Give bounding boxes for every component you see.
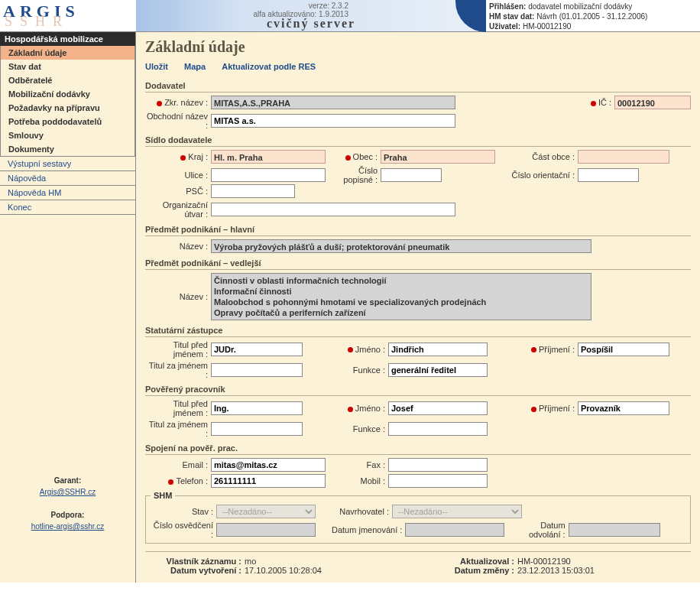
stat-tp-label: Titul před jménem : bbox=[173, 340, 208, 359]
content: Základní údaje Uložit Mapa Aktualizovat … bbox=[136, 32, 700, 583]
section-predmet-vedlejsi: Předmět podnikání – vedlejší bbox=[145, 256, 691, 270]
org-field[interactable] bbox=[211, 203, 455, 216]
refresh-res-button[interactable]: Aktualizovat podle RES bbox=[222, 62, 316, 71]
cosv-field bbox=[216, 523, 316, 537]
nav-napoveda-hm[interactable]: Nápověda HM bbox=[0, 186, 135, 200]
logo: ARGIS SSHR bbox=[0, 0, 136, 31]
obch-nazev-field[interactable] bbox=[211, 114, 455, 128]
predmet-vedlejsi-list[interactable]: Činnosti v oblasti informačních technolo… bbox=[211, 273, 591, 320]
required-icon bbox=[180, 155, 186, 161]
nav-konec[interactable]: Konec bbox=[0, 200, 135, 214]
nav-dokumenty[interactable]: Dokumenty bbox=[1, 142, 134, 156]
required-icon bbox=[531, 407, 536, 412]
dzm-value: 23.12.2013 15:03:01 bbox=[517, 566, 595, 575]
map-button[interactable]: Mapa bbox=[184, 62, 206, 71]
pov-funkce-field[interactable] bbox=[388, 422, 488, 436]
nazev-label: Název : bbox=[180, 242, 208, 251]
psc-field[interactable] bbox=[211, 184, 295, 198]
obch-nazev-label: Obchodní název : bbox=[147, 112, 208, 130]
fax-field[interactable] bbox=[388, 458, 488, 472]
pov-jmeno-label: Jméno : bbox=[355, 404, 385, 413]
stat-jmeno-label: Jméno : bbox=[355, 345, 385, 354]
ulice-field[interactable] bbox=[211, 168, 326, 182]
section-povereny: Pověřený pracovník bbox=[145, 382, 691, 396]
nav-mobilizacni-dodavky[interactable]: Mobilizační dodávky bbox=[1, 87, 134, 101]
dodv-field bbox=[569, 523, 660, 537]
mobil-field[interactable] bbox=[388, 474, 488, 488]
login-l1-value: dodavatel mobilizační dodávky bbox=[528, 2, 632, 11]
required-icon bbox=[591, 101, 596, 106]
shm-title: SHM bbox=[151, 491, 175, 500]
telefon-label: Telefon : bbox=[176, 476, 208, 485]
stat-funkce-label: Funkce : bbox=[353, 365, 385, 375]
email-label: Email : bbox=[182, 460, 208, 469]
navrhovatel-label: Navrhovatel : bbox=[339, 507, 389, 516]
telefon-field[interactable] bbox=[211, 474, 326, 488]
email-field[interactable] bbox=[211, 458, 326, 472]
cpop-label: Číslo popisné : bbox=[343, 166, 378, 184]
nav-odberatele[interactable]: Odběratelé bbox=[1, 73, 134, 87]
djm-label: Datum jmenování : bbox=[332, 525, 402, 534]
logo-sshr: SSHR bbox=[5, 14, 70, 30]
required-icon bbox=[168, 479, 173, 485]
ulice-label: Ulice : bbox=[184, 170, 208, 180]
nazev-label2: Název : bbox=[180, 292, 208, 301]
nav-potreba[interactable]: Potřeba poddodavatelů bbox=[1, 115, 134, 128]
nav-napoveda[interactable]: Nápověda bbox=[0, 171, 135, 185]
stat-tz-field[interactable] bbox=[211, 363, 303, 377]
nav-vystupni-sestavy[interactable]: Výstupní sestavy bbox=[0, 157, 135, 170]
cosv-label: Číslo osvědčení : bbox=[154, 521, 213, 539]
stat-tp-field[interactable] bbox=[211, 343, 303, 356]
aktualizoval-label: Aktualizoval : bbox=[418, 557, 517, 566]
podpora-label: Podpora: bbox=[0, 509, 135, 521]
version-info: verze: 2.3.2 alfa aktualizováno: 1.9.201… bbox=[253, 2, 348, 18]
sidebar: Hospodářská mobilizace Základní údaje St… bbox=[0, 32, 136, 583]
dzm-label: Datum změny : bbox=[418, 566, 517, 575]
required-icon bbox=[157, 101, 162, 106]
login-l2-label: HM stav dat: bbox=[489, 12, 534, 21]
vlastnik-label: Vlastník záznamu : bbox=[145, 557, 245, 566]
stat-funkce-field[interactable] bbox=[388, 363, 488, 377]
pov-tz-field[interactable] bbox=[211, 422, 303, 436]
pov-prijmeni-field[interactable] bbox=[578, 401, 669, 415]
required-icon bbox=[345, 155, 351, 161]
nav-smlouvy[interactable]: Smlouvy bbox=[1, 128, 134, 142]
stat-prijmeni-field[interactable] bbox=[578, 343, 669, 356]
kraj-field: Hl. m. Praha bbox=[211, 150, 326, 164]
cpop-field[interactable] bbox=[381, 168, 442, 182]
section-predmet-hlavni: Předmět podnikání – hlavní bbox=[145, 222, 691, 236]
podpora-link[interactable]: hotline-argis@sshr.cz bbox=[31, 522, 105, 531]
section-sidlo: Sídlo dodavatele bbox=[145, 133, 691, 147]
stav-label: Stav : bbox=[192, 507, 213, 516]
pov-jmeno-field[interactable] bbox=[388, 401, 488, 415]
section-dodavatel: Dodavatel bbox=[145, 79, 691, 93]
banner-mid: verze: 2.3.2 alfa aktualizováno: 1.9.201… bbox=[136, 0, 486, 31]
dvyt-value: 17.10.2005 10:28:04 bbox=[245, 566, 322, 575]
required-icon bbox=[348, 347, 353, 352]
psc-label: PSČ : bbox=[186, 187, 208, 196]
pov-tp-field[interactable] bbox=[211, 401, 303, 415]
ic-field: 00012190 bbox=[614, 96, 691, 109]
nav-zakladni-udaje[interactable]: Základní údaje bbox=[1, 46, 134, 60]
required-icon bbox=[531, 347, 536, 352]
version-line2: alfa aktualizováno: 1.9.2013 bbox=[253, 10, 348, 18]
cori-field[interactable] bbox=[578, 168, 639, 182]
nav-stav-dat[interactable]: Stav dat bbox=[1, 60, 134, 73]
garant-link[interactable]: Argis@SSHR.cz bbox=[40, 488, 96, 496]
nav-pozadavky[interactable]: Požadavky na přípravu bbox=[1, 101, 134, 115]
aktualizoval-value: HM-00012190 bbox=[517, 557, 571, 566]
zkr-nazev-field: MITAS,A.S.,PRAHA bbox=[211, 96, 455, 109]
kraj-label: Kraj : bbox=[188, 152, 208, 161]
obec-field: Praha bbox=[381, 150, 495, 164]
pov-funkce-label: Funkce : bbox=[353, 424, 385, 434]
djm-field bbox=[405, 523, 504, 537]
nav-header: Hospodářská mobilizace bbox=[0, 32, 135, 46]
garant-label: Garant: bbox=[0, 475, 135, 486]
cast-label: Část obce : bbox=[532, 152, 575, 161]
stat-jmeno-field[interactable] bbox=[388, 343, 488, 356]
required-icon bbox=[348, 407, 353, 412]
shm-group: SHM Stav : --Nezadáno-- Navrhovatel : --… bbox=[145, 491, 691, 543]
sidebar-footer: Garant: Argis@SSHR.cz Podpora: hotline-a… bbox=[0, 475, 135, 532]
section-spojeni: Spojení na pověř. prac. bbox=[145, 441, 691, 455]
save-button[interactable]: Uložit bbox=[145, 62, 168, 71]
